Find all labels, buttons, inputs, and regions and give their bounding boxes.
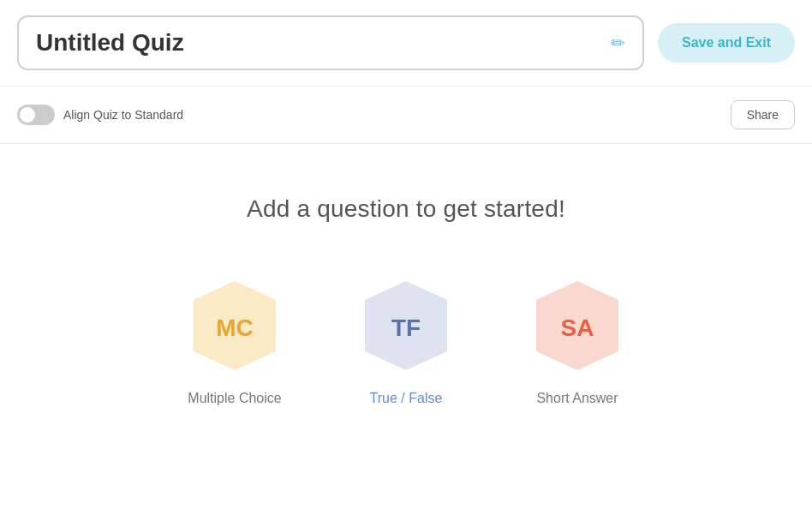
tf-type[interactable]: TF True / False: [355, 274, 457, 406]
tf-hexagon: TF: [355, 274, 457, 377]
svg-text:MC: MC: [216, 314, 254, 341]
header: Untitled Quiz ✏ Save and Exit: [0, 0, 812, 87]
mc-label: Multiple Choice: [188, 391, 281, 406]
tf-hexagon-container: TF: [355, 274, 457, 377]
svg-text:SA: SA: [561, 314, 594, 341]
tf-label: True / False: [370, 391, 443, 406]
main-content: Add a question to get started! MC Multip…: [0, 144, 812, 440]
toolbar: Align Quiz to Standard Share: [0, 87, 812, 144]
title-box: Untitled Quiz ✏: [17, 15, 644, 70]
sa-hexagon: SA: [526, 274, 629, 377]
prompt-text: Add a question to get started!: [247, 195, 565, 223]
question-types: MC Multiple Choice TF True / False SA: [183, 274, 629, 406]
sa-label: Short Answer: [536, 391, 618, 406]
sa-hexagon-container: SA: [526, 274, 629, 377]
mc-hexagon: MC: [183, 274, 286, 377]
share-button[interactable]: Share: [731, 100, 795, 129]
mc-type[interactable]: MC Multiple Choice: [183, 274, 286, 406]
toggle-slider: [17, 105, 55, 125]
edit-icon[interactable]: ✏: [611, 33, 625, 53]
mc-hexagon-container: MC: [183, 274, 286, 377]
quiz-title: Untitled Quiz: [36, 29, 184, 57]
align-toggle[interactable]: [17, 105, 55, 125]
align-section: Align Quiz to Standard: [17, 105, 183, 125]
align-label: Align Quiz to Standard: [63, 108, 183, 122]
svg-text:TF: TF: [391, 314, 421, 341]
save-exit-button[interactable]: Save and Exit: [658, 23, 795, 63]
sa-type[interactable]: SA Short Answer: [526, 274, 629, 406]
